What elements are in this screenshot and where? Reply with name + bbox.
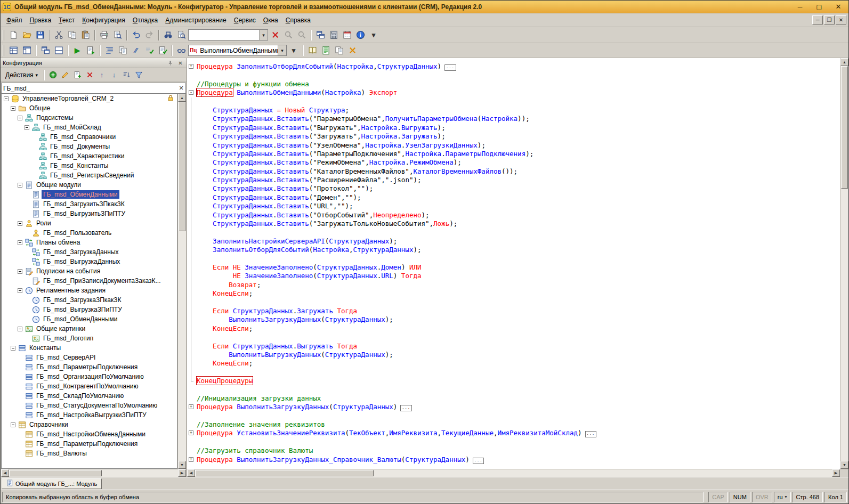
collapse-toggle-icon[interactable] xyxy=(18,116,22,120)
format-button[interactable] xyxy=(103,44,116,57)
code-line[interactable]: СтруктураДанных = Новый Структура; xyxy=(187,106,840,115)
scroll-up-icon[interactable]: ▲ xyxy=(178,94,186,102)
tree-item[interactable]: ГБ_msd_ПараметрыПодключения xyxy=(2,362,177,372)
collapse-toggle-icon[interactable] xyxy=(25,125,29,130)
pin-icon[interactable] xyxy=(166,59,174,67)
code-line[interactable]: Возврат; xyxy=(187,281,840,289)
tree-item[interactable]: Подсистемы xyxy=(2,113,177,123)
goto-definition-button[interactable] xyxy=(306,44,319,57)
minimize-icon[interactable]: ─ xyxy=(792,2,808,12)
menu-item[interactable]: Окна xyxy=(260,14,282,26)
code-line[interactable]: СтруктураДанных.Вставить("Домен",""); xyxy=(187,193,840,202)
menu-item[interactable]: Администрирование xyxy=(161,14,230,26)
scrollbar-thumb[interactable] xyxy=(179,102,185,231)
cut-button[interactable] xyxy=(52,29,65,42)
mdi-restore-icon[interactable]: ❐ xyxy=(824,15,835,25)
tree-item[interactable]: ГБ_msd_Константы xyxy=(2,161,177,170)
scrollbar-thumb[interactable] xyxy=(841,66,848,189)
code-line[interactable]: ЗаполнитьОтборДляСобытий(Настройка,Струк… xyxy=(187,246,840,254)
maximize-icon[interactable]: ▢ xyxy=(811,2,827,12)
tree-item[interactable]: ГБ_msd_РегистрыСведений xyxy=(2,170,177,180)
code-line[interactable]: СтруктураДанных.Вставить("РасширениеФайл… xyxy=(187,176,840,184)
move-down-button[interactable]: ↓ xyxy=(108,69,120,81)
new-button[interactable] xyxy=(7,29,20,42)
code-line[interactable] xyxy=(187,333,840,342)
tree-item[interactable]: ГБ_msd_Валюты xyxy=(2,449,177,458)
windows-button[interactable] xyxy=(314,29,327,42)
code-line[interactable]: +Процедура ЗаполнитьОтборДляСобытий(Наст… xyxy=(187,62,840,71)
panel-close-icon[interactable]: ✕ xyxy=(176,59,184,67)
chevron-down-icon[interactable]: ▾ xyxy=(278,45,286,55)
code-line[interactable]: СтруктураДанных.Вставить("Загружать",Нас… xyxy=(187,132,840,141)
syntax-check-button[interactable] xyxy=(143,44,156,57)
code-line[interactable]: ВыполнитьЗагрузкуДанных(СтруктураДанных)… xyxy=(187,315,840,324)
filter-clear-icon[interactable]: ✕ xyxy=(177,84,185,93)
tree-item[interactable]: ГБ_msd_ПриЗаписиДокументаЗаказК... xyxy=(2,276,177,286)
toolbar-grip[interactable] xyxy=(3,30,4,40)
add-button[interactable] xyxy=(47,69,59,81)
code-line[interactable] xyxy=(187,412,840,420)
actions-menu-button[interactable]: Действия ▾ xyxy=(2,70,41,80)
tree-item[interactable]: Константы xyxy=(2,343,177,353)
window-tab-module[interactable]: Общий модуль ГБ_...: Модуль xyxy=(2,478,102,489)
print-preview-button[interactable] xyxy=(111,29,124,42)
move-up-button[interactable]: ↑ xyxy=(96,69,108,81)
tree-item[interactable]: ГБ_msd_ВыгрузкаЗПиПТУ xyxy=(2,305,177,314)
tree-item[interactable]: УправлениеТорговлей_CRM_2 xyxy=(2,94,177,103)
collapse-toggle-icon[interactable] xyxy=(18,221,22,226)
paste-button[interactable] xyxy=(79,29,92,42)
tree-item[interactable]: ГБ_msd_СтатусДокументаПоУмолчанию xyxy=(2,401,177,410)
tree-item[interactable]: ГБ_msd_СерверAPI xyxy=(2,353,177,362)
code-line[interactable]: ВыполнитьВыгрузкуДанных(СтруктураДанных)… xyxy=(187,351,840,359)
code-line[interactable] xyxy=(187,298,840,307)
tree-filter-input[interactable] xyxy=(2,84,177,93)
code-line[interactable]: //Загрузить справочник Валюты xyxy=(187,446,840,455)
collapse-toggle-icon[interactable] xyxy=(11,422,15,427)
interface-button[interactable] xyxy=(20,44,33,57)
fold-expand-icon[interactable]: + xyxy=(187,429,197,437)
tree-item[interactable]: ГБ_msd_ПараметрыПодключения xyxy=(2,439,177,449)
code-line[interactable] xyxy=(187,71,840,79)
tree-item[interactable]: ГБ_msd_ЗагрузитьЗПкакЗК xyxy=(2,199,177,209)
code-line[interactable]: ЗаполнитьНастройкиСервераAPI(СтруктураДа… xyxy=(187,237,840,246)
tree-item[interactable]: ГБ_msd_НастройкиОбменаДанными xyxy=(2,429,177,439)
tree-item[interactable]: Роли xyxy=(2,218,177,228)
code-line[interactable] xyxy=(187,438,840,446)
language-indicator[interactable]: ru▾ xyxy=(774,492,791,502)
tree-item[interactable]: ГБ_msd_Справочники xyxy=(2,132,177,142)
tree-item[interactable]: ГБ_msd_КонтрагентПоУмолчанию xyxy=(2,381,177,391)
code-line[interactable]: НЕ ЗначениеЗаполнено(СтруктураДанных.URL… xyxy=(187,272,840,280)
window-split-button[interactable] xyxy=(52,44,65,57)
code-line[interactable]: СтруктураДанных.Вставить("КаталогВременн… xyxy=(187,167,840,176)
sort-button[interactable] xyxy=(120,69,132,81)
tree-item[interactable]: ГБ_msd_ЗагрузкаЗПкакЗК xyxy=(2,295,177,305)
tree-item[interactable]: ГБ_msd_ОбменДанными xyxy=(2,190,177,199)
tree-item[interactable]: Общие xyxy=(2,103,177,113)
code-line[interactable] xyxy=(187,255,840,263)
tree-item[interactable]: Общие картинки xyxy=(2,324,177,334)
copy-button[interactable] xyxy=(66,29,78,42)
window-list-button[interactable] xyxy=(39,44,52,57)
filter-button[interactable] xyxy=(133,69,144,81)
search-combo[interactable]: ▾ xyxy=(188,29,268,40)
scroll-up-icon[interactable]: ▲ xyxy=(840,58,848,66)
tree-item[interactable]: ГБ_msd_Логотип xyxy=(2,334,177,343)
collapse-toggle-icon[interactable] xyxy=(11,106,15,111)
comment-button[interactable]: ∕∕ xyxy=(130,44,142,57)
code-line[interactable]: СтруктураДанных.Вставить("ПараметрыОбмен… xyxy=(187,115,840,123)
tree-item[interactable]: Общие модули xyxy=(2,180,177,190)
menu-item[interactable]: Текст xyxy=(55,14,78,26)
scrollbar-thumb[interactable] xyxy=(9,470,102,476)
code-line[interactable] xyxy=(187,97,840,106)
code-line[interactable]: СтруктураДанных.Вставить("ПараметрыПодкл… xyxy=(187,150,840,158)
scroll-left-icon[interactable]: ◀ xyxy=(1,469,9,477)
fold-expand-icon[interactable]: + xyxy=(187,62,197,71)
run-debug-button[interactable] xyxy=(84,44,97,57)
run-button[interactable]: ▶ xyxy=(71,44,84,57)
bookmark-add-button[interactable] xyxy=(319,44,332,57)
code-line[interactable]: -Процедура ВыполнитьОбменДанными(Настрой… xyxy=(187,88,840,97)
tree-item[interactable]: ГБ_msd_НастройкаВыгрузкиЗПиПТУ xyxy=(2,410,177,420)
menu-item[interactable]: Справка xyxy=(282,14,314,26)
code-line[interactable]: Если СтруктураДанных.Загружать Тогда xyxy=(187,307,840,315)
code-line[interactable]: Если НЕ ЗначениеЗаполнено(СтруктураДанны… xyxy=(187,263,840,272)
